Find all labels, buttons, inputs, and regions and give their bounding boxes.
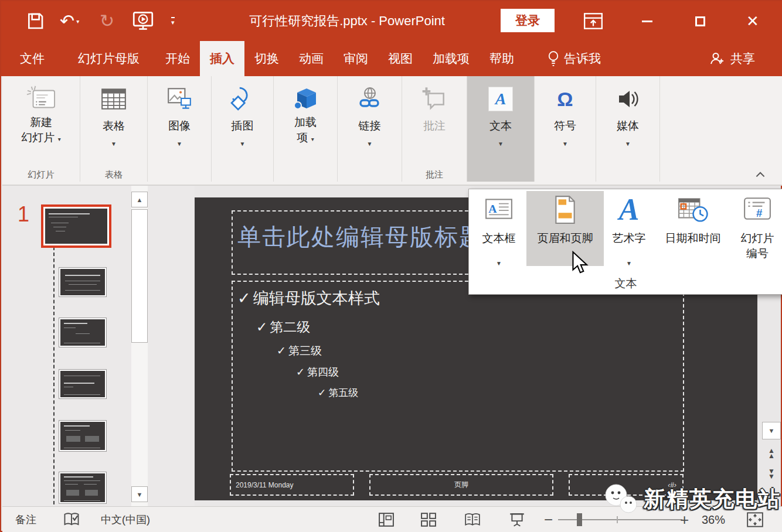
menu-item-text-box[interactable]: A 文本框 ▼ [472, 191, 525, 266]
thumbnail-scroll-down-button[interactable]: ▼ [131, 486, 148, 502]
notes-button[interactable]: 备注 [15, 507, 36, 532]
group-label-comments: 批注 [402, 169, 467, 180]
menu-item-slide-number[interactable]: # 幻灯片 编号 [733, 191, 782, 266]
normal-view-icon [379, 513, 394, 527]
scroll-down-icon: ▼ [137, 491, 143, 498]
sign-in-button[interactable]: 登录 [501, 9, 555, 32]
omega-icon: Ω [557, 88, 573, 111]
tab-addins[interactable]: 加载项 [423, 41, 480, 76]
symbol-dropdown-icon[interactable]: ▼ [535, 141, 596, 147]
addins-label[interactable]: 加载 项 ▾ [274, 115, 337, 147]
media-dropdown-icon[interactable]: ▼ [596, 141, 659, 147]
link-dropdown-icon[interactable]: ▼ [338, 141, 402, 147]
layout-connector-line [53, 247, 55, 510]
layout-thumbnail[interactable] [59, 318, 106, 347]
redo-button[interactable]: ↻ [100, 9, 114, 33]
new-slide-button[interactable] [26, 84, 56, 114]
normal-view-button[interactable] [379, 507, 394, 532]
comment-button[interactable] [420, 84, 449, 114]
tab-home[interactable]: 开始 [155, 41, 200, 76]
date-placeholder[interactable]: 2019/3/11 Monday [230, 474, 354, 496]
bullet-level-2: ✓第二级 [256, 318, 310, 336]
layout-thumbnail[interactable] [59, 370, 106, 398]
wordart-dropdown-icon[interactable]: ▼ [605, 260, 653, 267]
thumbnail-scrollbar-thumb[interactable] [131, 209, 148, 343]
symbol-button[interactable]: Ω [550, 84, 580, 114]
share-label: 共享 [730, 50, 755, 67]
previous-slide-button[interactable]: ▲▲ [764, 448, 778, 459]
minimize-button[interactable] [633, 11, 661, 32]
addins-dropdown-icon: ▾ [311, 136, 314, 142]
illustrations-button[interactable] [228, 84, 257, 114]
maximize-button[interactable] [686, 11, 714, 32]
speaker-icon [614, 86, 641, 112]
save-button[interactable] [26, 9, 45, 33]
undo-button[interactable]: ↶ ▾ [60, 9, 79, 33]
illustrations-dropdown-icon[interactable]: ▼ [212, 141, 273, 147]
symbol-label[interactable]: 符号 [535, 118, 596, 134]
addins-button[interactable] [291, 84, 320, 114]
next-slide-button[interactable]: ▼▼ [764, 469, 778, 479]
new-slide-label[interactable]: 新建 幻灯片 ▾ [2, 115, 80, 147]
slide-sorter-view-button[interactable] [421, 507, 436, 532]
menu-item-date-time[interactable]: 日期和时间 [654, 191, 732, 266]
thumbnail-scroll-up-button[interactable]: ▲ [131, 192, 148, 207]
zoom-slider-thumb[interactable] [577, 513, 582, 526]
layout-thumbnail[interactable] [59, 268, 106, 296]
link-button[interactable] [355, 84, 385, 114]
tab-transitions[interactable]: 切换 [244, 41, 289, 76]
text-group-label: 文本 [469, 276, 782, 291]
text-box-dropdown-icon[interactable]: ▼ [472, 260, 525, 267]
editor-scroll-down-button[interactable]: ▼ [762, 422, 781, 439]
zoom-out-button[interactable]: − [544, 507, 553, 532]
close-button[interactable]: ✕ [739, 11, 767, 32]
layout-thumbnail[interactable] [59, 472, 106, 503]
table-label[interactable]: 表格 [80, 118, 147, 134]
footer-placeholder[interactable]: 页脚 [369, 474, 553, 496]
date-placeholder-text: 2019/3/11 Monday [236, 481, 294, 489]
customize-qat-button[interactable]: ▾ [171, 9, 175, 33]
illustrations-label[interactable]: 插图 [212, 118, 273, 134]
ribbon: 新建 幻灯片 ▾ 幻灯片 表格 ▼ 表格 图像 ▼ [2, 76, 782, 186]
table-dropdown-icon[interactable]: ▼ [80, 141, 147, 147]
collapse-ribbon-button[interactable] [755, 169, 766, 180]
tab-slide-master[interactable]: 幻灯片母版 [68, 41, 149, 76]
tab-insert[interactable]: 插入 [200, 41, 244, 76]
master-slide-thumbnail[interactable] [43, 207, 109, 245]
spell-check-button[interactable] [63, 507, 80, 532]
images-dropdown-icon[interactable]: ▼ [148, 141, 211, 147]
images-button[interactable] [165, 84, 194, 114]
menu-item-wordart[interactable]: A 艺术字 ▼ [605, 191, 653, 266]
media-button[interactable] [613, 84, 642, 114]
svg-text:#: # [756, 207, 763, 219]
zoom-slider-tick [617, 516, 618, 523]
tab-help[interactable]: 帮助 [480, 41, 524, 76]
reading-view-button[interactable] [464, 507, 481, 532]
tab-animations[interactable]: 动画 [289, 41, 334, 76]
share-button[interactable]: 共享 [698, 41, 767, 76]
tell-me-box[interactable]: 告诉我 [539, 41, 609, 76]
slideshow-view-icon [509, 513, 525, 527]
menu-item-header-footer[interactable]: 页眉和页脚 [526, 191, 604, 266]
language-button[interactable]: 中文(中国) [101, 507, 150, 532]
ribbon-display-options-icon [583, 12, 604, 30]
link-label[interactable]: 链接 [338, 118, 402, 134]
table-button[interactable] [99, 84, 128, 114]
media-label[interactable]: 媒体 [596, 118, 659, 134]
images-label[interactable]: 图像 [148, 118, 211, 134]
tab-file[interactable]: 文件 [7, 41, 57, 76]
comment-label[interactable]: 批注 [402, 118, 467, 134]
redo-icon: ↻ [100, 12, 114, 30]
slideshow-view-button[interactable] [509, 507, 525, 532]
body-placeholder[interactable]: ✓编辑母版文本样式 ✓第二级 ✓第三级 ✓第四级 ✓第五级 [232, 281, 684, 472]
text-button[interactable]: A [486, 84, 515, 114]
layout-thumbnail[interactable] [59, 421, 106, 451]
text-label[interactable]: 文本 [467, 118, 534, 134]
start-slideshow-button[interactable] [132, 9, 154, 33]
tab-review[interactable]: 审阅 [334, 41, 378, 76]
ribbon-display-options-button[interactable] [579, 11, 607, 32]
addins-cube-icon [291, 86, 319, 112]
text-dropdown-icon[interactable]: ▼ [467, 141, 534, 147]
powerpoint-window: ↶ ▾ ↻ ▾ 可行性研究报告.pptx - PowerPoint 登录 ✕ 文… [0, 0, 782, 532]
tab-view[interactable]: 视图 [378, 41, 423, 76]
